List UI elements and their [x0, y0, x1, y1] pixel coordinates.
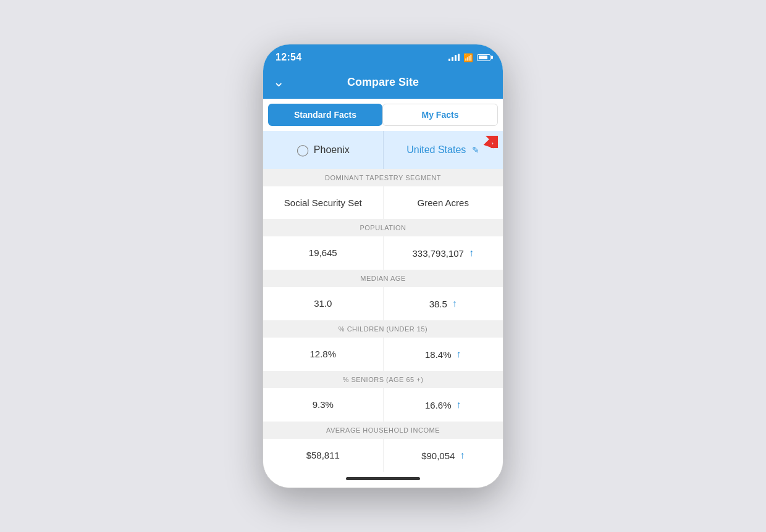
compare-col-left: ◯ Phoenix: [263, 131, 384, 169]
section-label-0: DOMINANT TAPESTRY SEGMENT: [263, 169, 503, 186]
up-arrow-icon-5: ↑: [460, 450, 465, 461]
data-cell-left-1: 19,645: [263, 236, 384, 270]
edit-icon[interactable]: ✎: [472, 145, 479, 155]
section-label-3: % CHILDREN (UNDER 15): [263, 320, 503, 338]
back-button[interactable]: ⌄: [273, 74, 284, 90]
right-value-4: 16.6%: [425, 400, 452, 410]
tab-standard-facts[interactable]: Standard Facts: [268, 104, 382, 126]
data-row-4: 9.3%16.6%↑: [263, 388, 503, 422]
data-cell-left-0: Social Security Set: [263, 186, 384, 219]
battery-icon: [477, 54, 490, 61]
country-label: United States: [406, 144, 466, 156]
tab-my-facts[interactable]: My Facts: [382, 104, 498, 126]
status-icons: 📶: [448, 53, 490, 62]
data-cell-left-5: $58,811: [263, 439, 384, 472]
up-arrow-icon-4: ↑: [457, 399, 461, 410]
tab-bar: Standard Facts My Facts: [263, 99, 503, 131]
nav-title: Compare Site: [347, 76, 419, 89]
home-indicator: [263, 472, 503, 488]
wifi-icon: 📶: [463, 53, 473, 62]
data-row-3: 12.8%18.4%↑: [263, 338, 503, 371]
section-label-5: AVERAGE HOUSEHOLD INCOME: [263, 422, 503, 439]
compare-header: ◯ Phoenix United States ✎: [263, 131, 503, 169]
up-arrow-icon-3: ↑: [457, 349, 461, 360]
compare-col-right: United States ✎: [384, 131, 503, 169]
data-row-2: 31.038.5↑: [263, 287, 503, 320]
data-row-5: $58,811$90,054↑: [263, 439, 503, 472]
sections-container: DOMINANT TAPESTRY SEGMENTSocial Security…: [263, 169, 503, 472]
status-bar: 12:54 📶: [263, 44, 503, 68]
data-cell-right-0: Green Acres: [384, 186, 503, 219]
data-cell-right-4: 16.6%↑: [384, 388, 503, 422]
arrow-pointer: [481, 133, 500, 156]
right-value-1: 333,793,107: [413, 248, 464, 259]
signal-bars-icon: [448, 54, 460, 61]
right-value-5: $90,054: [421, 451, 455, 461]
right-value-3: 18.4%: [425, 349, 452, 360]
data-row-0: Social Security SetGreen Acres: [263, 186, 503, 219]
section-label-2: MEDIAN AGE: [263, 270, 503, 287]
nav-bar: ⌄ Compare Site: [263, 68, 503, 99]
right-value-0: Green Acres: [418, 197, 469, 208]
section-label-1: POPULATION: [263, 219, 503, 236]
phone-frame: 12:54 📶 ⌄ Compare Site Standard Facts My…: [263, 44, 503, 488]
data-cell-right-5: $90,054↑: [384, 439, 503, 472]
up-arrow-icon-2: ↑: [452, 298, 457, 309]
data-cell-right-2: 38.5↑: [384, 287, 503, 320]
data-cell-right-1: 333,793,107↑: [384, 236, 503, 270]
up-arrow-icon-1: ↑: [469, 247, 474, 259]
section-label-4: % SENIORS (AGE 65 +): [263, 371, 503, 388]
data-cell-left-4: 9.3%: [263, 388, 384, 422]
data-row-1: 19,645333,793,107↑: [263, 236, 503, 270]
right-value-2: 38.5: [429, 299, 447, 309]
status-time: 12:54: [276, 52, 301, 63]
data-cell-right-3: 18.4%↑: [384, 338, 503, 371]
home-bar: [346, 477, 420, 480]
data-cell-left-2: 31.0: [263, 287, 384, 320]
location-icon: ◯: [297, 143, 309, 157]
data-cell-left-3: 12.8%: [263, 338, 384, 371]
city-label: Phoenix: [314, 144, 350, 156]
